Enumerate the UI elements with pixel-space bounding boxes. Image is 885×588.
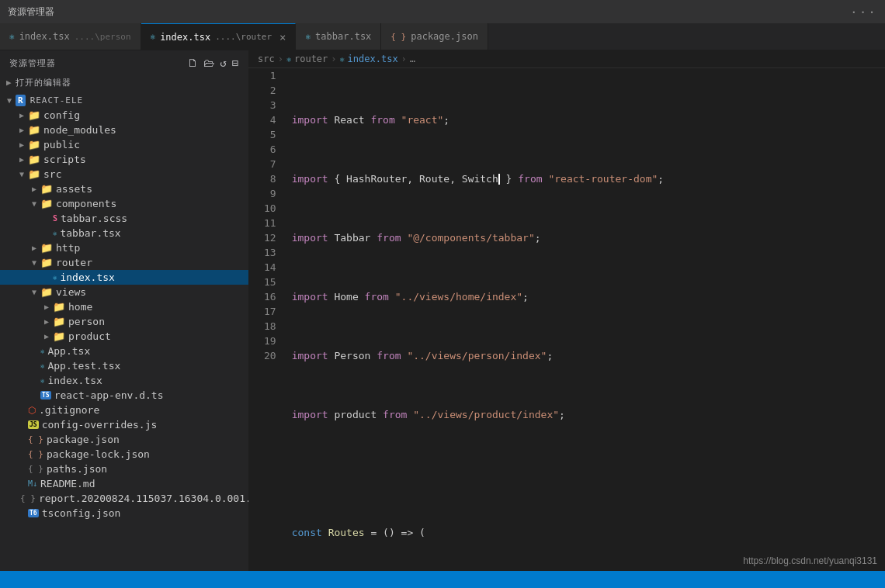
tree-item-tsconfig[interactable]: ▶ T6 tsconfig.json bbox=[0, 506, 248, 521]
open-editors-section[interactable]: ▶ 打开的编辑器 bbox=[0, 72, 248, 93]
tree-item-react-app-env[interactable]: ▶ TS react-app-env.d.ts bbox=[0, 388, 248, 403]
src-expand: ▼ bbox=[16, 170, 28, 178]
item-label-node-modules: node_modules bbox=[43, 124, 116, 136]
folder-icon-scripts: 📁 bbox=[28, 154, 40, 165]
tree-item-node-modules[interactable]: ▶ 📁 node_modules bbox=[0, 123, 248, 137]
code-line-1: import React from "react"; bbox=[292, 112, 885, 127]
code-content: import React from "react"; import { Hash… bbox=[289, 68, 885, 571]
folder-icon-config: 📁 bbox=[28, 109, 40, 121]
config-expand: ▶ bbox=[16, 111, 28, 119]
tree-item-gitignore[interactable]: ▶ ⬡ .gitignore bbox=[0, 403, 248, 417]
tsx-icon-src-index: ⚛ bbox=[40, 377, 44, 385]
tab-index-person[interactable]: ⚛ index.tsx ....\person bbox=[0, 23, 141, 50]
main-layout: 资源管理器 🗋 🗁 ↺ ⊟ ▶ 打开的编辑器 ▼ R REACT-ELE ▶ 📁… bbox=[0, 50, 885, 571]
item-label-components: components bbox=[56, 198, 116, 209]
expand-arrow-open-editors: ▶ bbox=[6, 78, 12, 88]
code-line-3: import Tabbar from "@/components/tabbar"… bbox=[292, 230, 885, 245]
folder-icon-assets: 📁 bbox=[40, 183, 53, 195]
code-line-6: import product from "../views/product/in… bbox=[292, 407, 885, 422]
tab-index-router[interactable]: ⚛ index.tsx ....\router × bbox=[141, 23, 297, 50]
components-expand: ▼ bbox=[28, 199, 40, 208]
tree-item-tabbar-scss[interactable]: ▶ S tabbar.scss bbox=[0, 211, 248, 226]
title-bar-text: 资源管理器 bbox=[8, 5, 54, 19]
code-line-8: const Routes = () => ( bbox=[292, 525, 885, 540]
open-editors-label: 打开的编辑器 bbox=[16, 77, 71, 88]
gitignore-icon: ⬡ bbox=[28, 405, 36, 416]
tree-item-home[interactable]: ▶ 📁 home bbox=[0, 299, 248, 314]
tree-item-public[interactable]: ▶ 📁 public bbox=[0, 137, 248, 152]
breadcrumb-sep1: › bbox=[278, 54, 283, 64]
tab-package-json[interactable]: { } package.json bbox=[381, 23, 488, 50]
tree-item-app-test-tsx[interactable]: ▶ ⚛ App.test.tsx bbox=[0, 358, 248, 373]
tree-item-components[interactable]: ▼ 📁 components bbox=[0, 196, 248, 211]
item-label-react-app-env: react-app-env.d.ts bbox=[54, 389, 164, 401]
tree-item-router[interactable]: ▼ 📁 router bbox=[0, 255, 248, 270]
tree-item-product[interactable]: ▶ 📁 product bbox=[0, 329, 248, 344]
item-label-person: person bbox=[68, 316, 105, 327]
folder-icon-src: 📁 bbox=[28, 168, 40, 180]
tab-path-active: ....\router bbox=[215, 32, 272, 42]
tsx-icon-router-index: ⚛ bbox=[53, 274, 57, 282]
js-icon-config: JS bbox=[28, 420, 39, 429]
new-folder-icon[interactable]: 🗁 bbox=[203, 57, 215, 69]
tab-path: ....\person bbox=[75, 32, 131, 42]
breadcrumb-file: index.tsx bbox=[348, 54, 398, 64]
person-expand: ▶ bbox=[40, 317, 53, 326]
tree-item-readme[interactable]: ▶ M↓ README.md bbox=[0, 476, 248, 491]
tab-close-button[interactable]: × bbox=[279, 31, 286, 43]
json-icon-paths: { } bbox=[28, 464, 43, 474]
tree-item-assets[interactable]: ▶ 📁 assets bbox=[0, 182, 248, 196]
md-icon: M↓ bbox=[28, 479, 37, 488]
refresh-icon[interactable]: ↺ bbox=[220, 57, 227, 69]
code-line-4: import Home from "../views/home/index"; bbox=[292, 289, 885, 304]
item-label-public: public bbox=[43, 139, 80, 150]
tree-item-report[interactable]: ▶ { } report.20200824.115037.16304.0.001… bbox=[0, 491, 248, 506]
collapse-icon[interactable]: ⊟ bbox=[232, 57, 239, 69]
scripts-expand: ▶ bbox=[16, 155, 28, 164]
tree-item-router-index[interactable]: ▶ ⚛ index.tsx bbox=[0, 270, 248, 285]
tree-item-src-index[interactable]: ▶ ⚛ index.tsx bbox=[0, 373, 248, 388]
item-label-router-index: index.tsx bbox=[60, 272, 114, 283]
public-expand: ▶ bbox=[16, 140, 28, 149]
tree-root-label: REACT-ELE bbox=[30, 95, 84, 105]
title-bar-dots[interactable]: ··· bbox=[850, 5, 877, 19]
json-icon-report: { } bbox=[20, 493, 36, 503]
tree-item-config[interactable]: ▶ 📁 config bbox=[0, 108, 248, 123]
breadcrumb: src › ⚛ router › ⚛ index.tsx › … bbox=[248, 50, 885, 68]
tree-item-http[interactable]: ▶ 📁 http bbox=[0, 240, 248, 255]
tree-item-tabbar-tsx[interactable]: ▶ ⚛ tabbar.tsx bbox=[0, 226, 248, 240]
tree-item-person[interactable]: ▶ 📁 person bbox=[0, 314, 248, 329]
tree-item-app-tsx[interactable]: ▶ ⚛ App.tsx bbox=[0, 344, 248, 358]
tree-item-config-overrides[interactable]: ▶ JS config-overrides.js bbox=[0, 417, 248, 432]
watermark: https://blog.csdn.net/yuanqi3131 bbox=[743, 555, 877, 566]
item-label-config: config bbox=[43, 109, 80, 121]
tree-item-scripts[interactable]: ▶ 📁 scripts bbox=[0, 152, 248, 167]
item-label-app-test-tsx: App.test.tsx bbox=[47, 360, 120, 372]
title-bar: 资源管理器 ··· bbox=[0, 0, 885, 23]
tree-item-package-json[interactable]: ▶ { } package.json bbox=[0, 432, 248, 447]
tree-item-views[interactable]: ▼ 📁 views bbox=[0, 285, 248, 299]
tab-tabbar[interactable]: ⚛ tabbar.tsx bbox=[296, 23, 381, 50]
tree-root[interactable]: ▼ R REACT-ELE bbox=[0, 93, 248, 108]
item-label-assets: assets bbox=[56, 183, 92, 195]
breadcrumb-ellipsis: … bbox=[410, 54, 415, 64]
item-label-tsconfig: tsconfig.json bbox=[42, 507, 121, 519]
item-label-http: http bbox=[56, 242, 80, 254]
tree-item-src[interactable]: ▼ 📁 src bbox=[0, 167, 248, 182]
breadcrumb-src: src bbox=[258, 54, 275, 64]
folder-icon-home: 📁 bbox=[53, 301, 65, 313]
tree-item-paths-json[interactable]: ▶ { } paths.json bbox=[0, 462, 248, 476]
folder-icon-components: 📁 bbox=[40, 198, 53, 209]
tree-item-package-lock-json[interactable]: ▶ { } package-lock.json bbox=[0, 447, 248, 462]
item-label-readme: README.md bbox=[40, 478, 95, 489]
code-editor[interactable]: 1 2 3 4 5 6 7 8 9 10 11 12 13 14 15 16 1 bbox=[248, 68, 885, 571]
explorer-title-actions: 🗋 🗁 ↺ ⊟ bbox=[187, 57, 239, 69]
node-modules-expand: ▶ bbox=[16, 126, 28, 134]
ts-icon-tsconfig: T6 bbox=[28, 509, 39, 517]
tsx-icon-tabbar-file: ⚛ bbox=[53, 230, 57, 237]
views-expand: ▼ bbox=[28, 288, 40, 296]
explorer-title: 资源管理器 🗋 🗁 ↺ ⊟ bbox=[0, 50, 248, 72]
new-file-icon[interactable]: 🗋 bbox=[187, 57, 199, 69]
item-label-home: home bbox=[68, 301, 92, 313]
code-line-5: import Person from "../views/person/inde… bbox=[292, 348, 885, 363]
